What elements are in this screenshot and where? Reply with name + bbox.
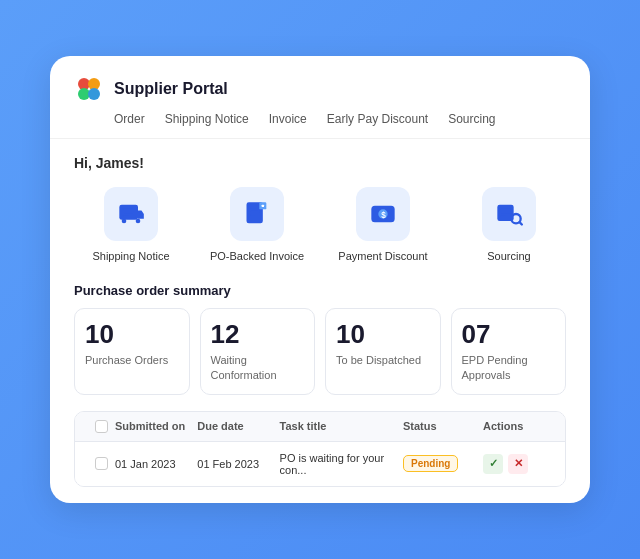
col-task: Task title xyxy=(280,420,403,432)
epd-count: 07 xyxy=(462,321,556,347)
po-desc: Purchase Orders xyxy=(85,353,179,367)
po-summary-section: Purchase order summary 10 Purchase Order… xyxy=(74,283,566,395)
svg-rect-20 xyxy=(500,208,512,210)
summary-card-purchase-orders: 10 Purchase Orders xyxy=(74,308,190,395)
col-checkbox xyxy=(87,420,115,433)
nav-shipping-notice[interactable]: Shipping Notice xyxy=(165,112,249,126)
sourcing-icon xyxy=(495,200,523,228)
feature-sourcing[interactable]: Sourcing xyxy=(452,187,566,263)
dispatched-desc: To be Dispatched xyxy=(336,353,430,367)
nav-sourcing[interactable]: Sourcing xyxy=(448,112,495,126)
invoice-icon xyxy=(243,200,271,228)
header-checkbox[interactable] xyxy=(95,420,108,433)
feature-po-invoice-label: PO-Backed Invoice xyxy=(210,249,304,263)
row-due: 01 Feb 2023 xyxy=(197,458,279,470)
row-submitted: 01 Jan 2023 xyxy=(115,458,197,470)
dispatched-count: 10 xyxy=(336,321,430,347)
svg-rect-12 xyxy=(250,211,259,213)
summary-cards: 10 Purchase Orders 12 Waiting Conformati… xyxy=(74,308,566,395)
app-logo xyxy=(74,74,104,104)
nav-invoice[interactable]: Invoice xyxy=(269,112,307,126)
svg-point-3 xyxy=(88,88,100,100)
waiting-desc: Waiting Conformation xyxy=(211,353,305,382)
svg-rect-7 xyxy=(123,215,130,217)
nav-early-pay[interactable]: Early Pay Discount xyxy=(327,112,428,126)
top-nav: Order Shipping Notice Invoice Early Pay … xyxy=(114,112,566,126)
svg-rect-21 xyxy=(500,212,512,214)
svg-rect-5 xyxy=(123,208,135,210)
reject-button[interactable]: ✕ xyxy=(508,454,528,474)
table-header: Submitted on Due date Task title Status … xyxy=(75,412,565,442)
col-status: Status xyxy=(403,420,483,432)
feature-icons: Shipping Notice PO-Backed Invoice xyxy=(74,187,566,263)
shipping-icon xyxy=(117,200,145,228)
svg-line-24 xyxy=(520,222,522,224)
discount-icon: $ xyxy=(369,200,397,228)
feature-po-invoice[interactable]: PO-Backed Invoice xyxy=(200,187,314,263)
svg-rect-13 xyxy=(250,214,256,216)
status-badge: Pending xyxy=(403,455,458,472)
header: Supplier Portal Order Shipping Notice In… xyxy=(50,56,590,139)
feature-shipping-notice[interactable]: Shipping Notice xyxy=(74,187,188,263)
row-status: Pending xyxy=(403,455,483,472)
nav-order[interactable]: Order xyxy=(114,112,145,126)
feature-payment-discount[interactable]: $ Payment Discount xyxy=(326,187,440,263)
row-checkbox-cell xyxy=(87,457,115,470)
col-actions: Actions xyxy=(483,420,553,432)
row-task: PO is waiting for your con... xyxy=(280,452,403,476)
col-due: Due date xyxy=(197,420,279,432)
po-invoice-icon-box xyxy=(230,187,284,241)
svg-rect-6 xyxy=(123,212,135,214)
tasks-table: Submitted on Due date Task title Status … xyxy=(74,411,566,487)
svg-text:$: $ xyxy=(381,211,386,220)
summary-card-dispatched: 10 To be Dispatched xyxy=(325,308,441,395)
body: Hi, James! Shipping Notice xyxy=(50,139,590,503)
svg-rect-22 xyxy=(500,215,507,217)
row-checkbox[interactable] xyxy=(95,457,108,470)
main-card: Supplier Portal Order Shipping Notice In… xyxy=(50,56,590,503)
svg-point-9 xyxy=(136,219,141,224)
shipping-notice-icon-box xyxy=(104,187,158,241)
app-title: Supplier Portal xyxy=(114,80,228,98)
feature-shipping-notice-label: Shipping Notice xyxy=(92,249,169,263)
svg-point-8 xyxy=(122,219,127,224)
row-actions: ✓ ✕ xyxy=(483,454,553,474)
svg-rect-15 xyxy=(262,205,264,207)
svg-rect-11 xyxy=(250,207,259,209)
summary-card-epd: 07 EPD Pending Approvals xyxy=(451,308,567,395)
greeting-text: Hi, James! xyxy=(74,155,566,171)
col-submitted: Submitted on xyxy=(115,420,197,432)
waiting-count: 12 xyxy=(211,321,305,347)
table-row: 01 Jan 2023 01 Feb 2023 PO is waiting fo… xyxy=(75,442,565,486)
epd-desc: EPD Pending Approvals xyxy=(462,353,556,382)
po-count: 10 xyxy=(85,321,179,347)
payment-discount-icon-box: $ xyxy=(356,187,410,241)
po-summary-title: Purchase order summary xyxy=(74,283,566,298)
approve-button[interactable]: ✓ xyxy=(483,454,503,474)
feature-payment-discount-label: Payment Discount xyxy=(338,249,427,263)
sourcing-icon-box xyxy=(482,187,536,241)
feature-sourcing-label: Sourcing xyxy=(487,249,530,263)
summary-card-waiting: 12 Waiting Conformation xyxy=(200,308,316,395)
